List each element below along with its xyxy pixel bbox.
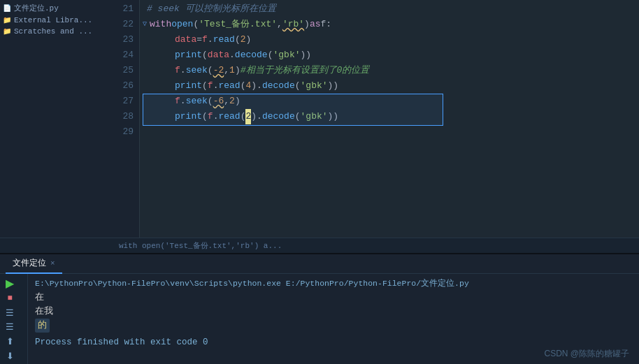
tree-item-filelocation[interactable]: 📄 文件定位.py <box>0 1 112 15</box>
run-filter-btn[interactable]: ☰ <box>3 320 17 333</box>
tree-label: External Libra... <box>14 16 92 24</box>
code-lines-container[interactable]: # seek 可以控制光标所在位置 ▽ with open ( 'Test_备份… <box>140 0 639 238</box>
var-data-24: data <box>208 48 229 63</box>
run-panel: 文件定位 × ▶ ■ ☰ ☰ ⬆ ⬇ ✕ <box>0 253 639 364</box>
var-f-25: f <box>175 63 180 78</box>
run-down-btn[interactable]: ⬇ <box>3 349 17 363</box>
run-scroll-btn[interactable]: ⬆ <box>3 335 17 348</box>
ln-25: 25 <box>112 63 134 78</box>
kw-as: as <box>310 17 321 32</box>
code-comment-21: # seek 可以控制光标所在位置 <box>147 1 276 17</box>
ln-29: 29 <box>112 124 134 140</box>
paren-25b: ) <box>235 63 240 78</box>
dot-23: . <box>208 32 213 48</box>
code-line-27: f . seek ( -6 , 2 ) <box>147 94 639 109</box>
ln-21: 21 <box>112 1 134 17</box>
watermark: CSDN @陈陈的糖罐子 <box>544 348 629 360</box>
ln-28: 28 <box>112 109 134 124</box>
str-gbk-24: 'gbk' <box>273 48 300 63</box>
code-line-28: ◆ print ( f . read ( 2 ). decode ( 'gbk'… <box>147 109 639 124</box>
mth-seek-27: seek <box>186 94 208 109</box>
down-icon: ⬇ <box>6 351 14 361</box>
paren-open-22: ( <box>193 17 199 32</box>
paren-26d: ( <box>295 78 301 94</box>
paren-28a: ( <box>202 109 208 124</box>
num-neg2-25: -2 <box>213 63 224 78</box>
paren-close-23: ) <box>246 32 252 48</box>
cmd-line: E:\PythonPro\Python-FilePro\venv\Scripts… <box>35 277 632 291</box>
str-mode: 'rb' <box>282 17 304 32</box>
code-line-22: ▽ with open ( 'Test_备份.txt' , 'rb' ) as … <box>147 17 639 32</box>
comma-22: , <box>277 17 282 32</box>
mth-read-26: read <box>218 78 240 94</box>
code-line-25: f . seek ( -2 , 1 ) #相当于光标有设置到了0的位置 <box>147 63 639 78</box>
paren-27b: ) <box>235 94 240 109</box>
finish-line: Process finished with exit code 0 <box>35 335 632 349</box>
dot-24: . <box>229 48 235 63</box>
str-gbk-26: 'gbk' <box>301 78 328 94</box>
ln-24: 24 <box>112 48 134 63</box>
fn-print-24: print <box>175 48 202 63</box>
code-view: 21 22 23 24 25 26 27 28 29 # seek 可以控制光标… <box>112 0 639 238</box>
comment-25: #相当于光标有设置到了0的位置 <box>240 63 370 78</box>
paren-close-22: ) <box>304 17 310 32</box>
stop-icon: ■ <box>7 293 12 303</box>
paren-26b: ( <box>240 78 246 94</box>
paren-27a: ( <box>208 94 213 109</box>
run-play-btn[interactable]: ▶ <box>3 277 17 290</box>
comma-27: , <box>224 94 229 109</box>
file-tree: 📄 文件定位.py 📁 External Libra... 📁 Scratche… <box>0 0 112 238</box>
dot-25: . <box>180 63 186 78</box>
dot-28: . <box>213 109 219 124</box>
run-tab-bar: 文件定位 × <box>0 254 639 274</box>
code-line-24: print ( data . decode ( 'gbk' )) <box>147 48 639 63</box>
ln-27: 27 <box>112 94 134 109</box>
code-line-23: data = f . read ( 2 ) <box>147 32 639 48</box>
tree-label: 文件定位.py <box>14 3 59 13</box>
output-line-3: 的 <box>35 319 632 333</box>
ln-26: 26 <box>112 78 134 94</box>
var-f-22: f: <box>321 17 332 32</box>
comma-25: , <box>224 63 229 78</box>
code-line-29 <box>147 124 639 140</box>
code-line-21: # seek 可以控制光标所在位置 <box>147 1 639 17</box>
paren-28d: ( <box>295 109 301 124</box>
ln-22: 22 <box>112 17 134 32</box>
tree-item-scratches[interactable]: 📁 Scratches and ... <box>0 26 112 37</box>
paren-read-23: ( <box>235 32 240 48</box>
eq-23: = <box>196 32 202 48</box>
cursor-2-28: 2 <box>245 109 251 124</box>
file-icon: 📄 <box>3 4 11 13</box>
mth-read-28: read <box>218 109 240 124</box>
pin-icon: ⬆ <box>6 336 14 347</box>
run-stop-btn[interactable]: ■ <box>3 291 17 305</box>
mth-seek-25: seek <box>186 63 208 78</box>
num-1-25: 1 <box>229 63 235 78</box>
run-tab-filelocation[interactable]: 文件定位 × <box>6 254 62 274</box>
fn-print-28: print <box>175 109 202 124</box>
str-filename: 'Test_备份.txt' <box>199 17 277 32</box>
highlight-de: 的 <box>35 319 50 333</box>
var-f-27: f <box>175 94 180 109</box>
fn-print-26: print <box>175 78 202 94</box>
run-content-area: ▶ ■ ☰ ☰ ⬆ ⬇ ✕ E:\PythonPro\Python-FileP <box>0 274 639 364</box>
run-tab-label: 文件定位 <box>13 257 46 269</box>
run-rerun-btn[interactable]: ☰ <box>3 306 17 319</box>
run-tab-close-btn[interactable]: × <box>50 259 55 268</box>
code-line-26: print ( f . read ( 4 ). decode ( 'gbk' )… <box>147 78 639 94</box>
filter-icon: ☰ <box>6 321 14 332</box>
hint-bar: with open('Test_备份.txt','rb') a... <box>0 238 639 253</box>
code-container: 📄 文件定位.py 📁 External Libra... 📁 Scratche… <box>0 0 639 238</box>
fn-open: open <box>171 17 193 32</box>
mth-decode-26: decode <box>262 78 295 94</box>
paren-24b: ( <box>268 48 273 63</box>
kw-with: with <box>150 17 171 32</box>
line-numbers: 21 22 23 24 25 26 27 28 29 <box>112 0 140 238</box>
tree-item-external[interactable]: 📁 External Libra... <box>0 15 112 26</box>
tree-label: Scratches and ... <box>14 27 92 36</box>
paren-28c: ). <box>251 109 262 124</box>
mth-decode-28: decode <box>262 109 295 124</box>
fold-arrow-22: ▽ <box>143 17 148 32</box>
output-line-1: 在 <box>35 291 632 305</box>
var-f-23: f <box>202 32 208 48</box>
